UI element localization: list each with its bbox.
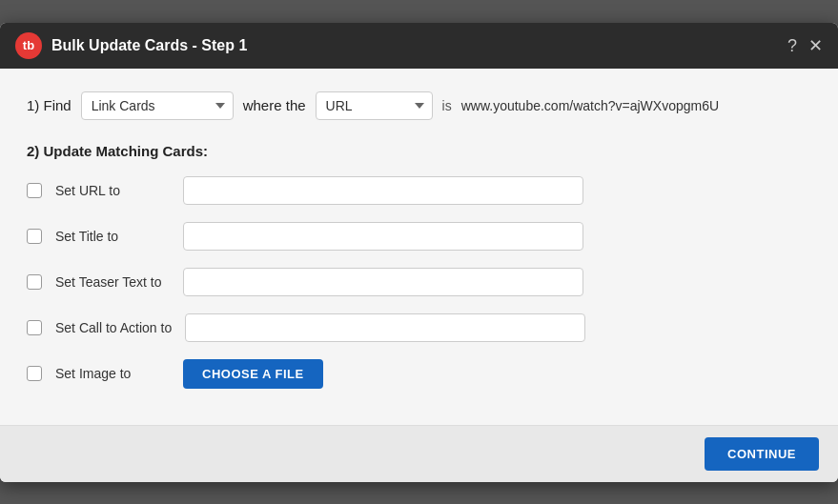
dialog-title: Bulk Update Cards - Step 1 <box>51 37 778 54</box>
find-label: 1) Find <box>27 97 72 113</box>
update-section: 2) Update Matching Cards: Set URL to Set… <box>27 143 811 389</box>
is-label: is <box>442 98 452 113</box>
input-title[interactable] <box>183 222 583 251</box>
label-cta: Set Call to Action to <box>55 320 172 335</box>
checkbox-cta[interactable] <box>27 320 42 335</box>
app-logo: tb <box>15 32 42 59</box>
update-row-teaser: Set Teaser Text to <box>27 268 811 296</box>
checkbox-teaser[interactable] <box>27 274 42 290</box>
update-row-cta: Set Call to Action to <box>27 313 811 342</box>
dialog-footer: CONTINUE <box>0 425 838 482</box>
field-dropdown[interactable]: URL Title Teaser Text Call to Action <box>316 91 433 120</box>
input-teaser[interactable] <box>183 268 583 296</box>
input-cta[interactable] <box>185 313 585 342</box>
title-bar: tb Bulk Update Cards - Step 1 ? ✕ <box>0 23 838 69</box>
checkbox-title[interactable] <box>27 229 42 244</box>
title-actions: ? ✕ <box>787 37 823 54</box>
input-url[interactable] <box>183 176 583 205</box>
find-row: 1) Find Link Cards Text Cards Image Card… <box>27 91 811 120</box>
label-url: Set URL to <box>55 183 170 198</box>
choose-file-button[interactable]: CHOOSE A FILE <box>183 359 323 389</box>
checkbox-image[interactable] <box>27 366 42 381</box>
update-row-title: Set Title to <box>27 222 811 251</box>
dialog-content: 1) Find Link Cards Text Cards Image Card… <box>0 69 838 425</box>
help-button[interactable]: ? <box>787 37 797 54</box>
label-teaser: Set Teaser Text to <box>55 274 170 290</box>
dialog-container: tb Bulk Update Cards - Step 1 ? ✕ 1) Fin… <box>0 23 838 482</box>
card-type-dropdown[interactable]: Link Cards Text Cards Image Cards <box>81 91 234 120</box>
update-row-image: Set Image to CHOOSE A FILE <box>27 359 811 389</box>
checkbox-url[interactable] <box>27 183 42 198</box>
update-section-label: 2) Update Matching Cards: <box>27 143 811 159</box>
url-value: www.youtube.com/watch?v=ajWXvopgm6U <box>461 98 719 113</box>
label-image: Set Image to <box>55 366 170 381</box>
where-the-label: where the <box>243 97 306 113</box>
close-button[interactable]: ✕ <box>808 37 823 54</box>
continue-button[interactable]: CONTINUE <box>705 437 819 471</box>
update-row-url: Set URL to <box>27 176 811 205</box>
label-title: Set Title to <box>55 229 170 244</box>
